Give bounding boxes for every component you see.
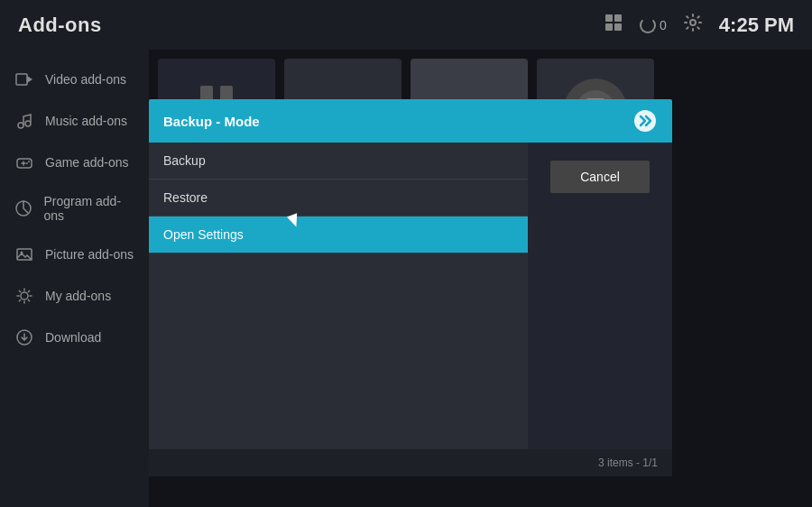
modal-actions: Cancel: [528, 143, 672, 449]
sidebar-label-picture: Picture add-ons: [45, 247, 134, 262]
sidebar-label-my: My add-ons: [45, 289, 111, 303]
addons-icon[interactable]: [604, 13, 623, 37]
sidebar-item-program-addons[interactable]: Program add-ons: [0, 183, 149, 234]
item-count: 3 items - 1/1: [598, 456, 658, 469]
modal-list: Backup Restore Open Settings: [149, 143, 528, 449]
sidebar-label-game: Game add-ons: [45, 155, 129, 170]
sidebar-label-video: Video add-ons: [45, 72, 126, 87]
sidebar-item-picture-addons[interactable]: Picture add-ons: [0, 234, 149, 275]
music-icon: [14, 111, 34, 131]
svg-point-8: [25, 121, 31, 126]
sidebar-item-game-addons[interactable]: Game add-ons: [0, 142, 149, 183]
svg-rect-2: [605, 23, 613, 31]
top-bar: Add-ons 0 4:25 PM: [0, 0, 812, 50]
svg-rect-3: [614, 23, 622, 31]
top-bar-icons: 0 4:25 PM: [604, 13, 794, 37]
svg-rect-5: [16, 74, 27, 85]
svg-rect-0: [605, 14, 613, 22]
picture-icon: [14, 244, 34, 264]
sidebar-label-download: Download: [45, 330, 101, 345]
update-count: 0: [660, 18, 667, 32]
update-badge[interactable]: 0: [640, 17, 667, 33]
modal-item-restore[interactable]: Restore: [149, 180, 528, 217]
cancel-button[interactable]: Cancel: [550, 161, 650, 193]
settings-icon[interactable]: [683, 13, 703, 37]
sidebar-item-video-addons[interactable]: Video add-ons: [0, 59, 149, 100]
sidebar-item-music-addons[interactable]: Music add-ons: [0, 100, 149, 142]
svg-point-15: [21, 292, 28, 300]
svg-point-7: [18, 123, 23, 128]
svg-point-11: [28, 161, 30, 162]
modal-body: Backup Restore Open Settings Cancel: [149, 143, 672, 449]
svg-point-10: [26, 162, 28, 164]
modal-title: Backup - Mode: [163, 114, 260, 129]
download-icon: [14, 327, 34, 347]
video-icon: [14, 69, 34, 89]
sidebar-label-music: Music add-ons: [45, 114, 127, 128]
sidebar-item-download[interactable]: Download: [0, 317, 149, 358]
svg-point-4: [690, 20, 696, 25]
modal-footer: 3 items - 1/1: [149, 449, 672, 476]
svg-marker-6: [27, 76, 32, 83]
sidebar-item-my-addons[interactable]: My add-ons: [0, 275, 149, 317]
sidebar: Video add-ons Music add-ons Game add-ons: [0, 50, 149, 507]
clock: 4:25 PM: [719, 14, 794, 37]
sidebar-label-program: Program add-ons: [43, 194, 134, 223]
program-icon: [14, 198, 32, 218]
modal-item-backup[interactable]: Backup: [149, 143, 528, 180]
svg-rect-1: [614, 14, 622, 22]
modal-dialog: Backup - Mode Backup Restore Open Settin…: [149, 99, 672, 476]
app-title: Add-ons: [18, 14, 102, 37]
modal-item-open-settings[interactable]: Open Settings: [149, 217, 528, 254]
game-icon: [14, 152, 34, 172]
modal-header: Backup - Mode: [149, 99, 672, 143]
kodi-icon: [632, 108, 658, 134]
refresh-icon: [640, 17, 656, 33]
myaddons-icon: [14, 286, 34, 306]
